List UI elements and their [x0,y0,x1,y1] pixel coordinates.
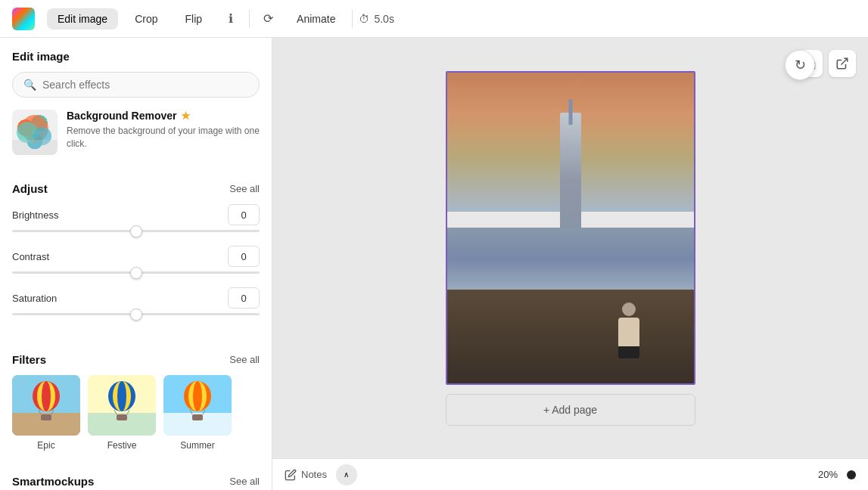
image-frame[interactable] [446,71,695,385]
time-display: ⏱ 5.0s [359,13,394,25]
brightness-value: 0 [228,204,260,225]
svg-line-29 [842,58,848,64]
canvas-container: ↻ [272,38,868,458]
bg-remover-description: Remove the background of your image with… [67,125,260,150]
brightness-row: Brightness 0 [12,204,260,225]
adjust-header: Adjust See all [12,182,260,195]
expand-button[interactable]: ∧ [336,464,357,485]
brightness-control: Brightness 0 [12,204,260,232]
smartmockups-see-all-button[interactable]: See all [229,476,260,487]
toolbar: Edit image Crop Flip ℹ ⟳ Animate ⏱ 5.0s [0,0,868,38]
svg-rect-11 [41,414,51,420]
bg-remover-info: Background Remover ★ Remove the backgrou… [67,110,260,150]
canvas-area: ↻ [272,38,868,490]
filter-festive[interactable]: Festive [88,375,156,451]
brightness-slider-track[interactable] [12,230,260,232]
main-layout: Edit image 🔍 Background Remover ★ [0,38,868,490]
filters-header: Filters See all [12,353,260,366]
saturation-control: Saturation 0 [12,287,260,315]
filter-summer-label: Summer [180,440,214,451]
contrast-control: Contrast 0 [12,246,260,274]
zoom-level: 20% [818,469,838,480]
notes-label: Notes [301,469,327,480]
zoom-dot [847,470,856,479]
search-input[interactable] [42,79,248,91]
filter-festive-label: Festive [107,440,137,451]
brightness-label: Brightness [12,209,58,221]
tower-spire [568,99,572,125]
crown-icon: ★ [181,110,191,122]
saturation-row: Saturation 0 [12,287,260,309]
person-legs [618,346,639,358]
adjust-see-all-button[interactable]: See all [229,183,260,194]
panel-title: Edit image [0,38,272,72]
animate-button[interactable]: Animate [286,8,346,29]
person-body [618,318,639,346]
svg-rect-27 [192,414,203,420]
export-tool-button[interactable] [829,50,856,77]
animate-icon: ⟳ [256,7,280,31]
smartmockups-header: Smartmockups See all [12,475,260,488]
search-bar: 🔍 [12,72,260,98]
svg-point-16 [117,381,126,411]
filters-row: Epic [12,375,260,451]
contrast-slider-thumb[interactable] [130,267,142,279]
filters-title: Filters [12,353,46,366]
crop-button[interactable]: Crop [124,8,168,29]
svg-rect-19 [117,414,127,420]
water [447,228,694,290]
person [618,302,639,358]
contrast-label: Contrast [12,251,49,262]
scene [447,73,694,383]
filters-section: Filters See all [0,353,272,463]
canvas-content: + Add page [446,71,695,426]
contrast-slider-track[interactable] [12,271,260,274]
smartmockups-section: Smartmockups See all [0,475,272,490]
adjust-section: Adjust See all Brightness 0 Contrast 0 [0,182,272,341]
notes-button[interactable]: Notes [285,469,327,481]
adjust-title: Adjust [12,182,48,195]
rotate-button[interactable]: ↻ [785,50,815,80]
filter-epic[interactable]: Epic [12,375,80,451]
search-icon: 🔍 [23,79,36,91]
smartmockups-title: Smartmockups [12,475,94,488]
flip-button[interactable]: Flip [175,8,213,29]
svg-point-24 [193,381,202,411]
filter-epic-label: Epic [37,440,54,451]
app-logo [12,8,35,30]
clock-icon: ⏱ [359,13,369,25]
contrast-value: 0 [228,246,260,267]
bottom-bar: Notes ∧ 20% [272,458,868,490]
contrast-row: Contrast 0 [12,246,260,267]
filter-summer[interactable]: Summer [163,375,232,451]
person-head [622,302,636,316]
brightness-slider-thumb[interactable] [130,225,142,237]
filter-epic-thumbnail [12,375,80,436]
svg-rect-3 [12,140,58,155]
saturation-slider-track[interactable] [12,313,260,315]
bg-remover-title: Background Remover ★ [67,110,260,122]
info-button[interactable]: ℹ [219,7,243,31]
ground [447,290,694,383]
edit-image-button[interactable]: Edit image [47,8,118,29]
saturation-value: 0 [228,287,260,309]
filter-summer-thumbnail [163,375,232,436]
add-page-button[interactable]: + Add page [446,394,695,426]
filter-festive-thumbnail [88,375,156,436]
svg-point-8 [42,381,51,411]
left-panel: Edit image 🔍 Background Remover ★ [0,38,272,490]
time-value: 5.0s [374,13,394,25]
filters-see-all-button[interactable]: See all [229,354,260,365]
saturation-slider-thumb[interactable] [130,309,142,321]
bg-remover-thumbnail [12,110,58,155]
saturation-label: Saturation [12,293,57,304]
bg-remover-card[interactable]: Background Remover ★ Remove the backgrou… [12,110,260,155]
